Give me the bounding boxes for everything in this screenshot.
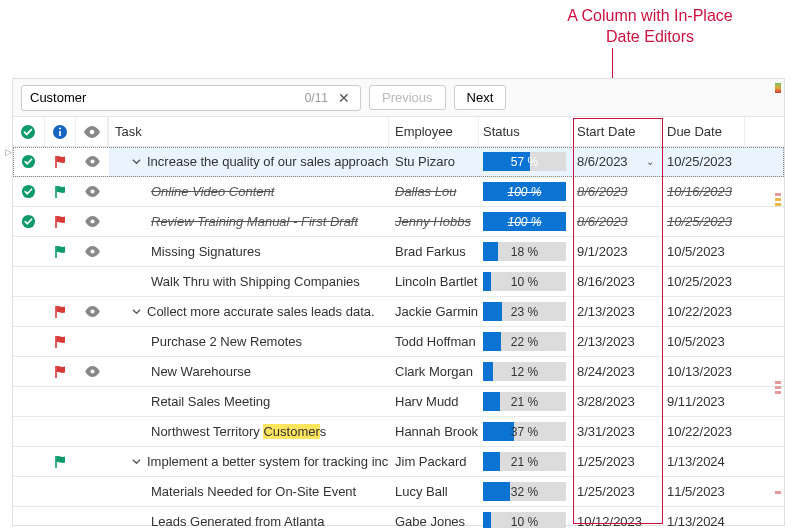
- flag-cell[interactable]: [45, 237, 77, 266]
- task-cell[interactable]: Leads Generated from Atlanta: [109, 507, 389, 528]
- due-date-cell[interactable]: 10/5/2023: [661, 327, 745, 356]
- check-cell[interactable]: [13, 297, 45, 326]
- employee-cell[interactable]: Lucy Ball: [389, 477, 479, 506]
- eye-cell[interactable]: [76, 267, 108, 296]
- table-row[interactable]: Walk Thru with Shipping CompaniesLincoln…: [13, 267, 784, 297]
- status-cell[interactable]: 100 %: [479, 207, 571, 236]
- start-date-cell[interactable]: 1/25/2023: [571, 447, 661, 476]
- chevron-down-icon[interactable]: ⌄: [646, 156, 654, 167]
- check-column-header[interactable]: [13, 117, 45, 146]
- start-date-cell[interactable]: 2/13/2023: [571, 297, 661, 326]
- status-cell[interactable]: 22 %: [479, 327, 571, 356]
- check-cell[interactable]: [13, 417, 45, 446]
- task-cell[interactable]: Walk Thru with Shipping Companies: [109, 267, 389, 296]
- status-cell[interactable]: 10 %: [479, 507, 571, 528]
- table-row[interactable]: Review Training Manual - First DraftJenn…: [13, 207, 784, 237]
- eye-cell[interactable]: [76, 417, 108, 446]
- check-cell[interactable]: [13, 177, 45, 206]
- check-cell[interactable]: [13, 327, 45, 356]
- check-cell[interactable]: [13, 207, 45, 236]
- status-cell[interactable]: 23 %: [479, 297, 571, 326]
- table-row[interactable]: New WarehourseClark Morgan 12 % 8/24/202…: [13, 357, 784, 387]
- table-row[interactable]: Implement a better system for tracking i…: [13, 447, 784, 477]
- start-date-column-header[interactable]: Start Date: [571, 117, 661, 146]
- due-date-cell[interactable]: 10/5/2023: [661, 237, 745, 266]
- check-cell[interactable]: [13, 477, 45, 506]
- eye-cell[interactable]: [76, 477, 108, 506]
- due-date-cell[interactable]: 10/16/2023: [661, 177, 745, 206]
- expand-collapse-icon[interactable]: [129, 305, 143, 319]
- due-date-cell[interactable]: 1/13/2024: [661, 447, 745, 476]
- flag-cell[interactable]: [45, 387, 77, 416]
- check-cell[interactable]: [13, 447, 45, 476]
- check-cell[interactable]: [13, 237, 45, 266]
- due-date-cell[interactable]: 10/25/2023: [661, 207, 745, 236]
- employee-cell[interactable]: Lincoln Bartlett: [389, 267, 479, 296]
- flag-cell[interactable]: [45, 147, 77, 176]
- table-row[interactable]: Northwest Territory CustomersHannah Broo…: [13, 417, 784, 447]
- eye-cell[interactable]: [76, 387, 108, 416]
- employee-cell[interactable]: Hannah Brookly: [389, 417, 479, 446]
- due-date-column-header[interactable]: Due Date: [661, 117, 745, 146]
- status-cell[interactable]: 100 %: [479, 177, 571, 206]
- due-date-cell[interactable]: 10/22/2023: [661, 417, 745, 446]
- table-row[interactable]: ▷ Increase the quality of our sales appr…: [13, 147, 784, 177]
- task-cell[interactable]: Implement a better system for tracking i…: [109, 447, 389, 476]
- info-column-header[interactable]: [45, 117, 77, 146]
- eye-cell[interactable]: [76, 177, 108, 206]
- flag-cell[interactable]: [45, 207, 77, 236]
- task-cell[interactable]: Online Video Content: [109, 177, 389, 206]
- due-date-cell[interactable]: 10/22/2023: [661, 297, 745, 326]
- status-cell[interactable]: 32 %: [479, 477, 571, 506]
- flag-cell[interactable]: [45, 417, 77, 446]
- employee-cell[interactable]: Clark Morgan: [389, 357, 479, 386]
- eye-cell[interactable]: [76, 237, 108, 266]
- eye-cell[interactable]: [76, 207, 108, 236]
- employee-cell[interactable]: Jackie Garmin: [389, 297, 479, 326]
- employee-cell[interactable]: Gabe Jones: [389, 507, 479, 528]
- task-cell[interactable]: Retail Sales Meeting: [109, 387, 389, 416]
- start-date-cell[interactable]: 2/13/2023: [571, 327, 661, 356]
- employee-cell[interactable]: Harv Mudd: [389, 387, 479, 416]
- flag-cell[interactable]: [45, 477, 77, 506]
- flag-cell[interactable]: [45, 507, 77, 528]
- due-date-cell[interactable]: 1/13/2024: [661, 507, 745, 528]
- start-date-cell[interactable]: 3/28/2023: [571, 387, 661, 416]
- check-cell[interactable]: [13, 147, 45, 176]
- start-date-cell[interactable]: 1/25/2023: [571, 477, 661, 506]
- check-cell[interactable]: [13, 507, 45, 528]
- employee-column-header[interactable]: Employee: [389, 117, 479, 146]
- start-date-cell[interactable]: 8/6/2023: [571, 177, 661, 206]
- flag-cell[interactable]: [45, 267, 77, 296]
- flag-cell[interactable]: [45, 357, 77, 386]
- task-cell[interactable]: Northwest Territory Customers: [109, 417, 389, 446]
- due-date-cell[interactable]: 10/25/2023: [661, 147, 745, 176]
- start-date-cell[interactable]: 8/6/2023: [571, 207, 661, 236]
- task-cell[interactable]: Materials Needed for On-Site Event: [109, 477, 389, 506]
- start-date-cell[interactable]: 10/12/2023: [571, 507, 661, 528]
- clear-search-icon[interactable]: ✕: [334, 90, 354, 106]
- eye-cell[interactable]: [76, 147, 108, 176]
- status-cell[interactable]: 12 %: [479, 357, 571, 386]
- flag-cell[interactable]: [45, 297, 77, 326]
- start-date-cell[interactable]: 3/31/2023: [571, 417, 661, 446]
- start-date-cell[interactable]: 8/16/2023: [571, 267, 661, 296]
- status-cell[interactable]: 37 %: [479, 417, 571, 446]
- employee-cell[interactable]: Dallas Lou: [389, 177, 479, 206]
- date-editor[interactable]: 8/6/2023⌄: [577, 154, 654, 169]
- eye-cell[interactable]: [76, 327, 108, 356]
- employee-cell[interactable]: Todd Hoffman: [389, 327, 479, 356]
- flag-cell[interactable]: [45, 327, 77, 356]
- employee-cell[interactable]: Brad Farkus: [389, 237, 479, 266]
- status-column-header[interactable]: Status: [479, 117, 571, 146]
- next-button[interactable]: Next: [454, 85, 507, 110]
- employee-cell[interactable]: Jim Packard: [389, 447, 479, 476]
- start-date-cell[interactable]: 9/1/2023: [571, 237, 661, 266]
- check-cell[interactable]: [13, 357, 45, 386]
- eye-cell[interactable]: [76, 507, 108, 528]
- table-row[interactable]: Online Video ContentDallas Lou 100 % 8/6…: [13, 177, 784, 207]
- search-input[interactable]: [28, 89, 305, 106]
- task-cell[interactable]: Review Training Manual - First Draft: [109, 207, 389, 236]
- flag-cell[interactable]: [45, 177, 77, 206]
- start-date-cell[interactable]: 8/6/2023⌄: [571, 147, 661, 176]
